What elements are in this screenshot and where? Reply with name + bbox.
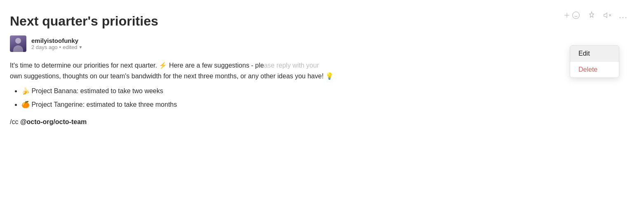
author-info: emilyistoofunky 2 days ago • edited ▼: [31, 37, 83, 50]
time-ago: 2 days ago: [31, 44, 58, 50]
mute-icon: [603, 11, 611, 19]
mention[interactable]: @octo-org/octo-team: [20, 118, 87, 125]
page-container: ... Edit Delete Next quarter's prioritie…: [0, 0, 644, 216]
post-body: It's time to determine our priorities fo…: [10, 60, 496, 110]
author-name: emilyistoofunky: [31, 37, 83, 44]
svg-marker-5: [604, 13, 607, 18]
chevron-down-icon: ▼: [79, 45, 83, 49]
more-button[interactable]: ...: [619, 10, 628, 21]
avatar: [10, 35, 26, 52]
more-dots: ...: [619, 10, 628, 21]
list-item: 🍌 Project Banana: estimated to take two …: [21, 86, 496, 96]
emoji-icon: [572, 11, 580, 19]
add-emoji-button[interactable]: [563, 11, 580, 19]
meta-separator: •: [59, 44, 61, 50]
dropdown-menu: Edit Delete: [570, 45, 619, 78]
body-paragraph-1: It's time to determine our priorities fo…: [10, 60, 496, 81]
edited-label: edited: [63, 44, 77, 50]
edit-menu-item[interactable]: Edit: [570, 46, 619, 62]
post-title: Next quarter's priorities: [10, 13, 628, 29]
pin-button[interactable]: [588, 11, 596, 19]
pin-icon: [588, 11, 596, 19]
cc-prefix: /cc: [10, 118, 20, 125]
post-footer: /cc @octo-org/octo-team: [10, 118, 628, 126]
list-item: 🍊 Project Tangerine: estimated to take t…: [21, 99, 496, 110]
toolbar: ...: [563, 10, 628, 21]
author-meta: 2 days ago • edited ▼: [31, 44, 83, 50]
author-row: emilyistoofunky 2 days ago • edited ▼: [10, 35, 628, 52]
mute-button[interactable]: [603, 11, 611, 19]
plus-emoji-icon: [563, 11, 571, 19]
project-list: 🍌 Project Banana: estimated to take two …: [10, 86, 496, 110]
svg-point-2: [572, 12, 579, 19]
edited-button[interactable]: edited ▼: [63, 44, 82, 50]
delete-menu-item[interactable]: Delete: [570, 62, 619, 77]
